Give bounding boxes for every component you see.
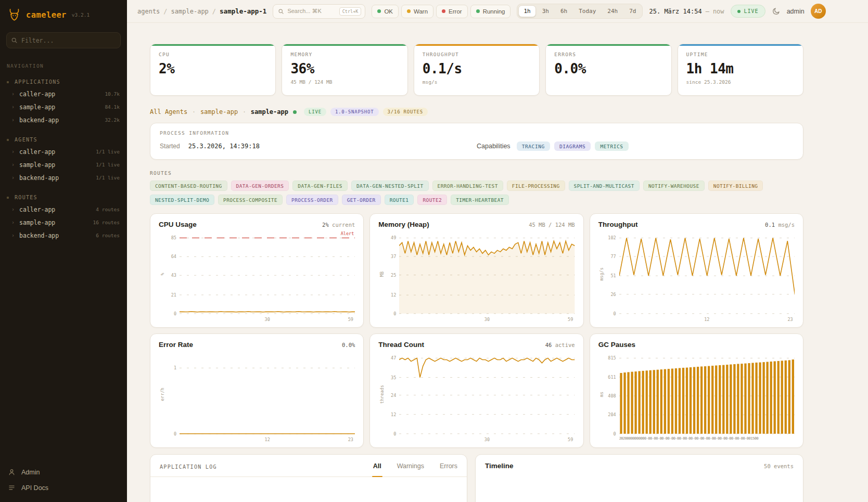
breadcrumb-agents[interactable]: agents [137, 8, 160, 15]
x-axis-ticks: 3059 [399, 435, 575, 443]
stat-subtext: msg/s [423, 79, 531, 85]
sidebar-item-agents-caller-app[interactable]: ›caller-app1/1 live [0, 145, 127, 158]
item-label: sample-app [19, 104, 55, 111]
time-range-3h[interactable]: 3h [537, 5, 554, 17]
status-filter-warn[interactable]: Warn [401, 5, 433, 18]
log-tab-errors[interactable]: Errors [440, 462, 457, 477]
route-chip-process-composite[interactable]: PROCESS-COMPOSITE [218, 195, 283, 205]
agent-crumbs: All Agents·sample-app·sample-app [150, 108, 297, 115]
route-chip-error-handling-test[interactable]: ERROR-HANDLING-TEST [432, 181, 503, 191]
time-range-7d[interactable]: 7d [624, 5, 641, 17]
stat-label: ERRORS [554, 52, 662, 57]
time-range-6h[interactable]: 6h [555, 5, 572, 17]
datetime-separator: — [706, 8, 709, 15]
sidebar-group-applications[interactable]: APPLICATIONS [0, 78, 127, 87]
y-axis-ticks: 493725120 [385, 233, 399, 315]
chart-header: Throughput 0.1 msg/s [598, 221, 795, 228]
stat-card-uptime: UPTIME 1h 14m since 25.3.2026 [678, 44, 803, 96]
x-axis-ticks: 1223 [180, 435, 355, 443]
item-label: backend-app [19, 174, 59, 182]
plot-area: 1223 [619, 233, 795, 323]
status-filter-running[interactable]: Running [470, 5, 511, 18]
agent-live-dot [293, 110, 297, 114]
route-chip-data-gen-files[interactable]: DATA-GEN-FILES [292, 181, 348, 191]
footer-label: API Docs [21, 484, 48, 492]
chevron-right-icon: › [11, 104, 15, 110]
route-chip-data-gen-nested-split[interactable]: DATA-GEN-NESTED-SPLIT [351, 181, 429, 191]
search-icon [11, 37, 18, 44]
memory-heap-chart [399, 233, 575, 315]
x-tick: 12 [704, 317, 709, 322]
status-filter-error[interactable]: Error [436, 5, 468, 18]
chevron-right-icon: › [11, 233, 15, 238]
time-range-24h[interactable]: 24h [602, 5, 623, 17]
x-tick: 23 [348, 437, 353, 442]
route-chip-nested-split-demo[interactable]: NESTED-SPLIT-DEMO [150, 195, 214, 205]
route-chip-data-gen-orders[interactable]: DATA-GEN-ORDERS [231, 181, 289, 191]
plot-area: Alert 3059 [180, 233, 355, 323]
sidebar-group-routes[interactable]: ROUTES [0, 193, 127, 203]
route-chip-get-order[interactable]: GET-ORDER [342, 195, 381, 205]
x-tick: 23 [787, 317, 793, 322]
agent-crumb-all-agents[interactable]: All Agents [150, 108, 187, 115]
capability-metrics: METRICS [595, 141, 628, 151]
plot-area: 20200000000000-00-00-00-00-00-00-00-00-0… [619, 353, 795, 443]
route-chip-notify-warehouse[interactable]: NOTIFY-WAREHOUSE [643, 181, 705, 191]
route-chip-file-processing[interactable]: FILE-PROCESSING [507, 181, 565, 191]
status-filter-ok[interactable]: OK [372, 5, 399, 18]
sidebar-item-agents-sample-app[interactable]: ›sample-app1/1 live [0, 158, 127, 171]
plot-area: 3059 [399, 233, 575, 323]
sidebar-item-routes-sample-app[interactable]: ›sample-app16 routes [0, 216, 127, 229]
stat-accent-bar [678, 44, 803, 46]
sidebar-footer: AdminAPI Docs [0, 462, 127, 502]
app-name: cameleer [26, 10, 67, 20]
sidebar-footer-admin[interactable]: Admin [8, 468, 119, 476]
route-chip-process-order[interactable]: PROCESS-ORDER [286, 195, 338, 205]
sidebar-item-applications-caller-app[interactable]: ›caller-app10.7k [0, 87, 127, 100]
sidebar-item-routes-backend-app[interactable]: ›backend-app6 routes [0, 229, 127, 242]
route-chip-route1[interactable]: ROUTE1 [385, 195, 414, 205]
admin-icon [8, 468, 16, 476]
stat-value: 0.0% [554, 61, 662, 76]
user-avatar[interactable]: AD [811, 4, 826, 19]
log-tab-all[interactable]: All [373, 462, 381, 477]
log-tab-warnings[interactable]: Warnings [397, 462, 424, 477]
item-count: 84.1k [105, 104, 120, 110]
app-logo[interactable]: cameleer v3.2.1 [0, 0, 127, 27]
time-range-today[interactable]: Today [573, 5, 601, 17]
chart-body: err/h 10 1223 [159, 353, 355, 443]
sidebar-item-applications-sample-app[interactable]: ›sample-app84.1k [0, 100, 127, 113]
process-row: Started 25.3.2026, 14:39:18 Capabilities… [160, 141, 794, 151]
breadcrumb-sample-app[interactable]: sample-app [171, 8, 209, 15]
agent-crumb-sample-app[interactable]: sample-app [200, 108, 238, 115]
theme-toggle-moon-icon[interactable] [772, 7, 781, 16]
sidebar-item-agents-backend-app[interactable]: ›backend-app1/1 live [0, 171, 127, 184]
item-count: 10.7k [105, 91, 120, 97]
chart-meta: 0.1 msg/s [765, 222, 795, 228]
sidebar-group-agents[interactable]: AGENTS [0, 135, 127, 145]
chart-header: Memory (Heap) 45 MB / 124 MB [378, 221, 575, 228]
x-tick: 59 [568, 437, 573, 442]
live-indicator[interactable]: LIVE [731, 5, 765, 18]
log-tabs: AllWarningsErrors [373, 462, 457, 477]
route-chip-content-based-routing[interactable]: CONTENT-BASED-ROUTING [150, 181, 227, 191]
status-dot [442, 9, 445, 13]
route-chip-route2[interactable]: ROUTE2 [417, 195, 447, 205]
route-chip-notify-billing[interactable]: NOTIFY-BILLING [708, 181, 763, 191]
sidebar-item-applications-backend-app[interactable]: ›backend-app32.2k [0, 113, 127, 126]
search-input[interactable]: Search... ⌘K Ctrl+K [273, 4, 365, 19]
route-chip-split-and-multicast[interactable]: SPLIT-AND-MULTICAST [569, 181, 640, 191]
item-count: 1/1 live [96, 162, 120, 168]
chart-title: CPU Usage [159, 221, 197, 228]
stat-card-memory: MEMORY 36% 45 MB / 124 MB [282, 44, 407, 96]
y-tick: 64 [171, 254, 176, 259]
chart-header: Error Rate 0.0% [159, 341, 355, 349]
sidebar-footer-api-docs[interactable]: API Docs [8, 484, 119, 492]
sidebar-item-routes-caller-app[interactable]: ›caller-app4 routes [0, 203, 127, 216]
sidebar-filter-input[interactable] [6, 32, 121, 48]
time-range-1h[interactable]: 1h [518, 5, 535, 17]
y-tick: 37 [391, 254, 396, 259]
route-chip-timer-heartbeat[interactable]: TIMER-HEARTBEAT [451, 195, 509, 205]
chart-meta: 45 MB / 124 MB [529, 222, 575, 228]
thread-count-chart [399, 353, 575, 435]
